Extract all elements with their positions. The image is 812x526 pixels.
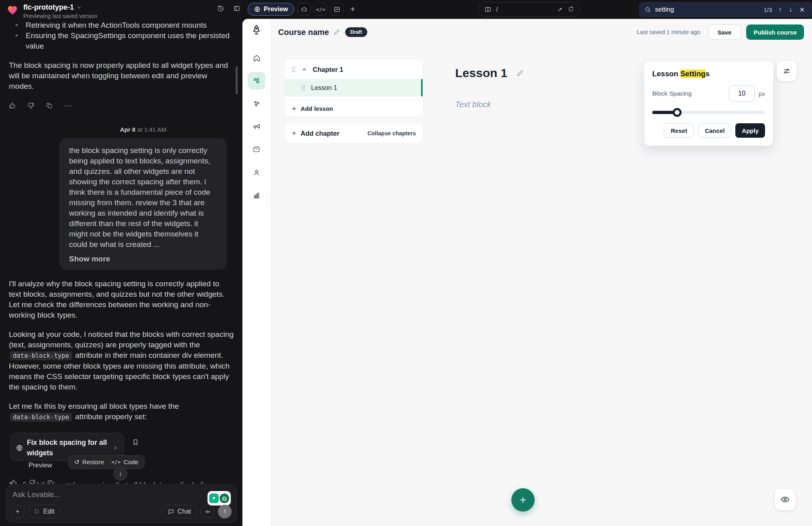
add-chapter-button[interactable]: + Add chapter	[292, 129, 339, 138]
send-button[interactable]: ↑	[218, 505, 232, 518]
analytics-icon[interactable]	[330, 3, 344, 16]
chat-messages: Retrieving it when the ActionTools compo…	[0, 18, 242, 483]
plus-icon: +	[292, 104, 296, 113]
sidebar-item-analytics[interactable]	[248, 186, 265, 204]
timestamp-date: Apr 8	[120, 126, 135, 133]
text-block-placeholder[interactable]: Text block	[455, 100, 491, 109]
search-count: 1/3	[764, 6, 772, 13]
lesson-canvas-header: Lesson 1	[455, 66, 524, 80]
block-spacing-slider[interactable]	[652, 108, 765, 117]
show-more-link[interactable]: Show more	[69, 254, 217, 264]
lesson-item-selected[interactable]: Lesson 1	[285, 79, 423, 96]
message-timestamp: Apr 8at 1:41 AM	[59, 124, 227, 135]
voice-input-button[interactable]	[201, 505, 214, 518]
select-edit-icon	[34, 509, 40, 515]
code-icon: </>	[111, 457, 120, 467]
grammarly-badge[interactable]: G	[208, 491, 231, 506]
lesson-settings-title: Lesson Settings	[652, 69, 765, 78]
lovable-logo-icon[interactable]	[6, 4, 18, 16]
assistant-bullet-list: Retrieving it when the ActionTools compo…	[9, 20, 234, 51]
project-title[interactable]: flc-prototype-1	[23, 3, 74, 12]
cloud-icon[interactable]	[297, 3, 311, 16]
add-block-fab[interactable]: +	[511, 488, 535, 512]
cancel-button[interactable]: Cancel	[698, 123, 731, 138]
last-saved-text: Last saved 1 minute ago	[637, 29, 700, 35]
version-actions: ↺Restore </>Code	[68, 455, 144, 469]
timestamp-time: at 1:41 AM	[137, 126, 166, 133]
user-message-bubble: the block spacing setting is only correc…	[59, 138, 227, 270]
settings-toggle-button[interactable]	[777, 61, 797, 81]
code-button[interactable]: </>Code	[111, 457, 138, 467]
sidebar-item-announcements[interactable]	[248, 118, 265, 135]
message-actions: ⋯	[9, 100, 234, 111]
chat-scrollbar[interactable]	[236, 66, 238, 94]
drag-handle-icon[interactable]	[301, 85, 305, 91]
chat-mode-button[interactable]: Chat	[162, 505, 197, 518]
more-options-icon[interactable]: ⋯	[64, 100, 73, 111]
history-icon[interactable]	[217, 5, 224, 12]
chat-header: flc-prototype-1 Previewing last saved ve…	[6, 3, 97, 19]
search-input[interactable]	[655, 6, 760, 13]
collapse-chapter-icon[interactable]	[301, 67, 307, 72]
search-prev-icon[interactable]: ↑	[777, 6, 784, 13]
search-close-icon[interactable]: ✕	[798, 6, 806, 14]
restore-button[interactable]: ↺Restore	[74, 457, 104, 467]
chapter-row[interactable]: Chapter 1	[285, 60, 423, 79]
preview-toggle-button[interactable]	[775, 489, 796, 510]
save-button[interactable]: Save	[708, 24, 741, 40]
publish-course-button[interactable]: Publish course	[746, 24, 804, 40]
rocket-logo-icon[interactable]	[250, 24, 263, 36]
add-view-icon[interactable]: +	[347, 5, 358, 14]
collapse-chapters-button[interactable]: Collapse chapters	[367, 130, 416, 137]
attach-button[interactable]: +	[11, 505, 24, 518]
globe-icon	[254, 6, 260, 12]
scroll-to-bottom-button[interactable]: ↓	[114, 467, 127, 481]
sidebar-item-inbox[interactable]	[248, 141, 265, 158]
refresh-icon[interactable]	[568, 6, 574, 13]
drag-handle-icon[interactable]	[291, 66, 296, 73]
draft-badge: Draft	[345, 27, 367, 37]
edit-mode-button[interactable]: Edit	[28, 505, 61, 518]
url-path[interactable]: /	[496, 6, 552, 13]
chevron-right-icon	[113, 445, 118, 451]
bullet-item: Retrieving it when the ActionTools compo…	[9, 20, 234, 31]
edit-lesson-name-icon[interactable]	[516, 69, 524, 77]
add-lesson-button[interactable]: + Add lesson	[285, 100, 423, 117]
restore-icon: ↺	[74, 457, 79, 467]
add-chapter-card: + Add chapter Collapse chapters	[285, 123, 423, 143]
edit-course-name-icon[interactable]	[333, 29, 340, 36]
thumbs-down-icon[interactable]	[27, 102, 35, 109]
course-name: Course name	[278, 28, 329, 37]
project-info[interactable]: flc-prototype-1 Previewing last saved ve…	[23, 3, 97, 19]
thumbs-up-icon[interactable]	[9, 102, 16, 109]
assistant-message: Looking at your code, I noticed that the…	[9, 329, 234, 392]
plus-icon: +	[292, 129, 296, 138]
sidebar-item-profile[interactable]	[248, 163, 265, 181]
copy-icon[interactable]	[46, 102, 53, 109]
preview-button[interactable]: Preview	[248, 3, 294, 16]
sidebar-item-courses[interactable]	[248, 72, 265, 90]
search-next-icon[interactable]: ↓	[788, 6, 794, 13]
chat-bubble-icon	[168, 508, 174, 515]
eye-icon	[780, 495, 790, 504]
apply-button[interactable]: Apply	[735, 123, 765, 138]
sidebar-item-home[interactable]	[248, 49, 265, 67]
slider-thumb[interactable]	[673, 108, 682, 117]
url-bar[interactable]: / ↗	[478, 2, 580, 17]
topbar: Preview </> + / ↗	[242, 0, 812, 19]
bookmark-icon[interactable]	[132, 438, 139, 446]
sidebar-item-community[interactable]	[248, 95, 265, 112]
chat-panel: flc-prototype-1 Previewing last saved ve…	[0, 0, 242, 526]
assistant-message: I'll analyze why the block spacing setti…	[9, 279, 234, 320]
lesson-heading: Lesson 1	[455, 66, 507, 80]
composer-input[interactable]: Ask Lovable...	[12, 490, 230, 499]
reset-button[interactable]: Reset	[664, 123, 694, 138]
unit-label: px	[759, 90, 765, 97]
open-external-icon[interactable]: ↗	[557, 6, 562, 13]
block-spacing-input[interactable]	[729, 86, 755, 102]
code-view-icon[interactable]: </>	[314, 3, 327, 16]
block-spacing-label: Block Spacing	[652, 90, 729, 97]
search-icon	[645, 6, 651, 13]
user-message-text: the block spacing setting is only correc…	[69, 145, 217, 250]
panel-toggle-icon[interactable]	[233, 5, 240, 12]
